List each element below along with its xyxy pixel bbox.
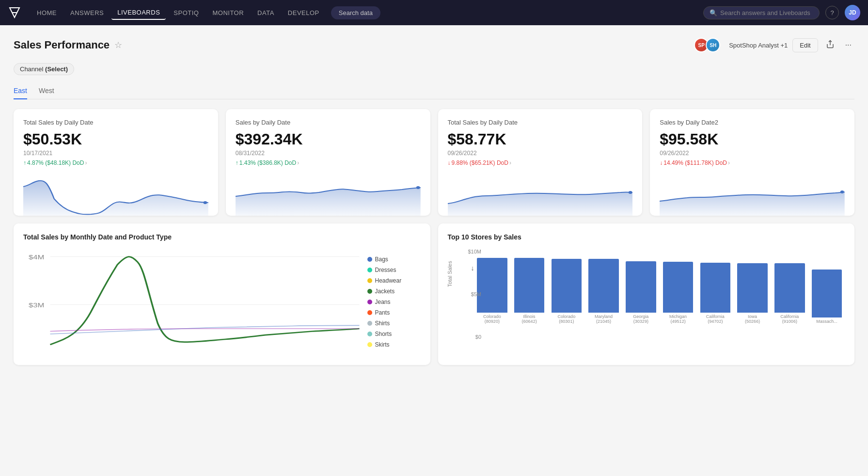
legend-dot-headwear: [367, 278, 372, 283]
bar-3[interactable]: [552, 259, 582, 313]
bar-group-6: Michigan(49512): [660, 249, 696, 324]
kpi-change-2: ↑ 1.43% ($386.8K) DoD ›: [236, 159, 421, 166]
avatar-stack: SP SH: [694, 38, 720, 52]
nav-develop[interactable]: DEVELOP: [282, 6, 325, 19]
nav-monitor[interactable]: MONITOR: [206, 6, 250, 19]
kpi-change-4: ↓ 14.49% ($111.78K) DoD ›: [660, 159, 845, 166]
legend-jeans: Jeans: [367, 299, 421, 305]
kpi-change-text-2: 1.43% ($386.8K) DoD: [239, 159, 296, 166]
avatar[interactable]: JD: [845, 5, 860, 20]
bar-5[interactable]: [626, 261, 656, 313]
kpi-card-1: Total Sales by Daily Date $50.53K 10/17/…: [14, 109, 218, 216]
y-label-10m: $10M: [468, 249, 482, 254]
y-axis-labels: $10M $5M $0: [468, 249, 482, 340]
nav-home[interactable]: HOME: [31, 6, 63, 19]
legend-headwear: Headwear: [367, 277, 421, 284]
search-input[interactable]: [720, 9, 813, 16]
search-box[interactable]: 🔍: [703, 6, 820, 19]
legend-label-shorts: Shorts: [375, 331, 392, 337]
kpi-chevron-4[interactable]: ›: [728, 159, 730, 166]
svg-text:$4M: $4M: [29, 254, 44, 261]
legend-label-headwear: Headwear: [375, 277, 402, 284]
svg-point-6: [840, 190, 844, 193]
edit-button[interactable]: Edit: [792, 38, 818, 52]
down-arrow-indicator: ↓: [471, 264, 474, 272]
kpi-value-1: $50.53K: [23, 131, 208, 148]
kpi-label-3: Total Sales by Daily Date: [448, 119, 633, 126]
y-label-5m: $5M: [468, 291, 482, 297]
title-area: Sales Performance ☆: [14, 39, 122, 51]
analyst-avatar-2: SH: [706, 38, 720, 52]
bar-label-3: Colorado(80301): [558, 314, 576, 325]
tab-east[interactable]: East: [14, 83, 27, 99]
svg-point-4: [416, 186, 420, 189]
legend-bags: Bags: [367, 256, 421, 263]
y-label-0: $0: [468, 334, 482, 340]
help-button[interactable]: ?: [825, 6, 839, 19]
legend-label-skirts: Skirts: [375, 341, 390, 348]
kpi-arrow-2: ↑: [236, 159, 238, 166]
legend-label-bags: Bags: [375, 256, 388, 263]
legend-pants: Pants: [367, 309, 421, 316]
bar-10[interactable]: [812, 270, 842, 318]
legend-label-dresses: Dresses: [375, 267, 396, 273]
legend-label-shirts: Shirts: [375, 320, 390, 327]
bar-8[interactable]: [737, 263, 768, 312]
kpi-value-4: $95.58K: [660, 131, 845, 148]
favorite-icon[interactable]: ☆: [114, 40, 122, 50]
bar-1[interactable]: [477, 258, 507, 312]
nav-answers[interactable]: ANSWERS: [64, 6, 110, 19]
svg-text:$3M: $3M: [29, 301, 44, 309]
legend-dot-jackets: [367, 289, 372, 294]
page-title: Sales Performance: [14, 39, 110, 51]
bar-label-2: Illinois(60642): [522, 314, 537, 325]
kpi-cards-row: Total Sales by Daily Date $50.53K 10/17/…: [14, 109, 854, 216]
line-chart-title: Total Sales by Monthly Date and Product …: [23, 233, 421, 241]
nav-spotiq[interactable]: SPOTIQ: [168, 6, 205, 19]
bar-4[interactable]: [588, 259, 619, 313]
kpi-chart-4: [660, 172, 845, 216]
filter-label: Channel: [20, 65, 43, 73]
tab-west[interactable]: West: [39, 83, 54, 99]
line-chart-card: Total Sales by Monthly Date and Product …: [14, 223, 430, 365]
legend-dresses: Dresses: [367, 267, 421, 273]
kpi-chevron-3[interactable]: ›: [509, 159, 511, 166]
nav-liveboards[interactable]: LIVEBOARDS: [111, 6, 166, 20]
search-data-button[interactable]: Search data: [331, 6, 380, 19]
bar-2[interactable]: [514, 258, 545, 312]
line-chart-inner: $4M $3M Bags: [23, 249, 421, 355]
bars-container: Colorado(80920) Illinois(60642) Colorado…: [474, 249, 845, 324]
bar-label-10: Massach...: [816, 319, 837, 324]
kpi-chevron-2[interactable]: ›: [297, 159, 299, 166]
kpi-date-4: 09/26/2022: [660, 150, 845, 157]
kpi-change-1: ↑ 4.87% ($48.18K) DoD ›: [23, 159, 208, 166]
more-options-button[interactable]: ···: [842, 38, 854, 52]
bar-9[interactable]: [774, 263, 805, 312]
bar-label-1: Colorado(80920): [483, 314, 501, 325]
legend-dot-skirts: [367, 342, 372, 347]
bar-label-8: Iowa(50266): [745, 314, 760, 325]
bar-6[interactable]: [663, 262, 694, 313]
bar-group-3: Colorado(80301): [549, 249, 584, 324]
kpi-change-text-1: 4.87% ($48.18K) DoD: [27, 159, 84, 166]
bar-chart-title: Top 10 Stores by Sales: [448, 233, 845, 241]
bottom-charts-row: Total Sales by Monthly Date and Product …: [14, 223, 854, 365]
kpi-card-2: Sales by Daily Date $392.34K 08/31/2022 …: [226, 109, 430, 216]
share-button[interactable]: [823, 37, 837, 53]
kpi-label-2: Sales by Daily Date: [236, 119, 421, 126]
search-icon: 🔍: [710, 9, 717, 16]
kpi-chevron-1[interactable]: ›: [85, 159, 87, 166]
bar-label-4: Maryland(21045): [595, 314, 613, 325]
navbar: HOME ANSWERS LIVEBOARDS SPOTIQ MONITOR D…: [0, 0, 868, 25]
line-chart-legend: Bags Dresses Headwear Jackets: [367, 249, 421, 355]
kpi-chart-1: [23, 172, 208, 216]
legend-jackets: Jackets: [367, 288, 421, 295]
legend-dot-bags: [367, 257, 372, 262]
bar-7[interactable]: [700, 263, 731, 313]
nav-data[interactable]: DATA: [252, 6, 280, 19]
kpi-arrow-1: ↑: [23, 159, 26, 166]
channel-filter[interactable]: Channel (Select): [14, 63, 74, 75]
y-axis-label: Total Sales: [447, 261, 453, 287]
kpi-date-3: 09/26/2022: [448, 150, 633, 157]
nav-logo[interactable]: [8, 6, 21, 19]
